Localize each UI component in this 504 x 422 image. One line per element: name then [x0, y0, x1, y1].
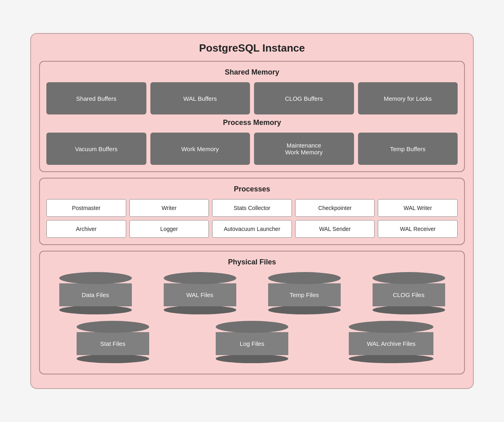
vacuum-buffers-box: Vacuum Buffers — [46, 133, 146, 165]
checkpointer-box: Checkpointer — [295, 199, 375, 217]
shared-memory-boxes: Shared Buffers WAL Buffers CLOG Buffers … — [46, 82, 458, 114]
main-title: PostgreSQL Instance — [39, 42, 465, 54]
processes-row-2: Archiver Logger Autovacuum Launcher WAL … — [46, 220, 458, 238]
wal-receiver-box: WAL Receiver — [378, 220, 458, 238]
memory-for-locks-box: Memory for Locks — [358, 82, 458, 114]
clog-buffers-box: CLOG Buffers — [254, 82, 354, 114]
wal-files-cylinder: WAL Files — [151, 272, 249, 314]
physical-files-section: Physical Files Data Files WAL Files — [39, 251, 465, 374]
processes-title: Processes — [46, 185, 458, 193]
processes-row-1: Postmaster Writer Stats Collector Checkp… — [46, 199, 458, 217]
postgresql-instance-container: PostgreSQL Instance Shared Memory Shared… — [30, 33, 474, 389]
autovacuum-launcher-box: Autovacuum Launcher — [212, 220, 292, 238]
physical-files-row-2: Stat Files Log Files WAL Archive Files — [46, 321, 458, 363]
process-memory-title: Process Memory — [46, 118, 458, 127]
wal-sender-box: WAL Sender — [295, 220, 375, 238]
log-files-cylinder: Log Files — [185, 321, 318, 363]
temp-files-cylinder: Temp Files — [255, 272, 353, 314]
physical-files-row-1: Data Files WAL Files Temp Files — [46, 272, 458, 314]
postmaster-box: Postmaster — [46, 199, 126, 217]
physical-files-title: Physical Files — [46, 258, 458, 266]
stat-files-cylinder: Stat Files — [46, 321, 179, 363]
stats-collector-box: Stats Collector — [212, 199, 292, 217]
logger-box: Logger — [129, 220, 209, 238]
wal-buffers-box: WAL Buffers — [150, 82, 250, 114]
process-memory-boxes: Vacuum Buffers Work Memory MaintenanceWo… — [46, 133, 458, 165]
shared-buffers-box: Shared Buffers — [46, 82, 146, 114]
data-files-cylinder: Data Files — [46, 272, 144, 314]
clog-files-cylinder: CLOG Files — [360, 272, 458, 314]
writer-box: Writer — [129, 199, 209, 217]
processes-section: Processes Postmaster Writer Stats Collec… — [39, 178, 465, 245]
wal-archive-files-cylinder: WAL Archive Files — [325, 321, 458, 363]
archiver-box: Archiver — [46, 220, 126, 238]
work-memory-box: Work Memory — [150, 133, 250, 165]
processes-grid: Postmaster Writer Stats Collector Checkp… — [46, 199, 458, 238]
memory-section: Shared Memory Shared Buffers WAL Buffers… — [39, 61, 465, 172]
maintenance-work-memory-box: MaintenanceWork Memory — [254, 133, 354, 165]
shared-memory-title: Shared Memory — [46, 68, 458, 77]
temp-buffers-box: Temp Buffers — [358, 133, 458, 165]
wal-writer-box: WAL Writer — [378, 199, 458, 217]
